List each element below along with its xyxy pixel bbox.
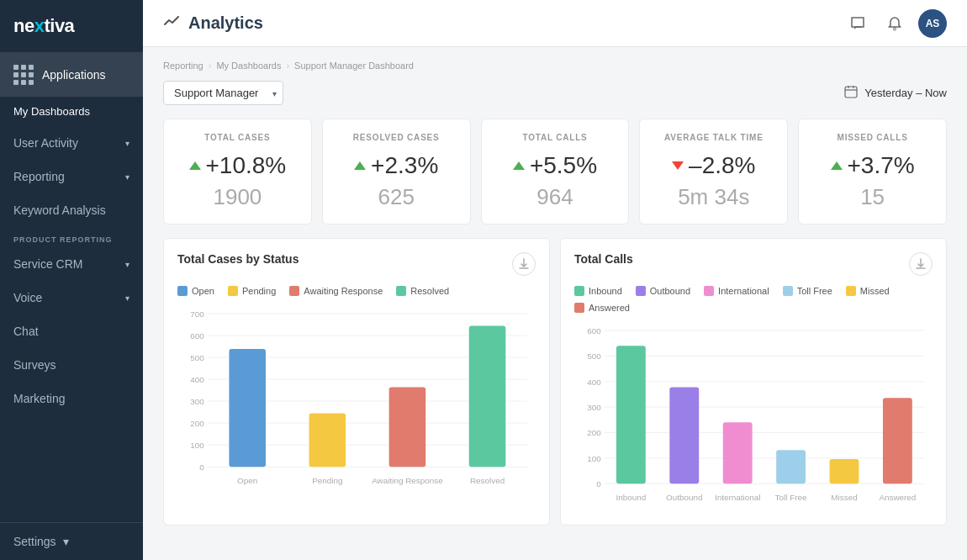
svg-text:Pending: Pending <box>312 476 342 485</box>
stat-value: 15 <box>812 184 933 210</box>
legend-item: Resolved <box>396 286 449 296</box>
breadcrumb-support-manager[interactable]: Support Manager Dashboard <box>294 61 414 71</box>
legend-color <box>177 286 188 296</box>
svg-text:400: 400 <box>587 378 601 387</box>
svg-text:Toll Free: Toll Free <box>775 493 807 502</box>
analytics-icon <box>163 13 180 34</box>
avatar[interactable]: AS <box>918 9 947 38</box>
svg-text:Inbound: Inbound <box>616 493 646 502</box>
legend-label: Open <box>192 286 214 296</box>
legend-color <box>574 286 584 296</box>
toolbar: Support Manager ▾ Yesterday – Now <box>163 81 947 105</box>
legend-color <box>846 286 856 296</box>
date-range-picker[interactable]: Yesterday – Now <box>844 85 947 101</box>
breadcrumb-reporting[interactable]: Reporting <box>163 61 203 71</box>
svg-text:500: 500 <box>587 351 601 361</box>
chart-title-calls: Total Calls <box>574 252 633 266</box>
stat-card-avg-talk-time: AVERAGE TALK TIME –2.8% 5m 34s <box>639 119 788 225</box>
svg-rect-45 <box>669 387 699 483</box>
stat-value: 625 <box>336 184 457 210</box>
logo: nextiva <box>0 0 143 53</box>
top-header: Analytics AS <box>143 0 967 47</box>
settings-item[interactable]: Settings ▾ <box>0 522 143 560</box>
svg-rect-1 <box>845 87 857 98</box>
legend-item: Outbound <box>636 286 690 296</box>
sidebar-item-my-dashboards[interactable]: My Dashboards <box>0 97 143 126</box>
stat-value: 5m 34s <box>653 184 774 210</box>
svg-text:Answered: Answered <box>879 493 916 502</box>
stat-value: 964 <box>495 184 616 210</box>
main-content: Analytics AS Reporting › My Dashboards ›… <box>143 0 967 560</box>
sidebar-item-keyword-analysis[interactable]: Keyword Analysis <box>0 193 143 227</box>
stat-label: RESOLVED CASES <box>336 133 457 142</box>
chevron-icon: ▾ <box>63 535 69 548</box>
legend-label: Awaiting Response <box>304 286 383 296</box>
svg-text:Outbound: Outbound <box>666 493 702 502</box>
legend-color <box>396 286 406 296</box>
bar-chart-svg-cases: 7006005004003002001000OpenPendingAwaitin… <box>177 306 536 491</box>
date-range-label: Yesterday – Now <box>864 87 947 99</box>
svg-text:0: 0 <box>596 479 601 489</box>
sidebar-item-service-crm[interactable]: Service CRM ▾ <box>0 247 143 281</box>
download-btn-calls[interactable] <box>909 252 933 276</box>
chart-calls: Total Calls InboundOutboundInternational… <box>560 238 947 526</box>
download-btn-cases[interactable] <box>512 252 536 276</box>
svg-text:100: 100 <box>190 441 204 450</box>
notification-icon-btn[interactable] <box>881 10 908 37</box>
stat-card-total-calls: TOTAL CALLS +5.5% 964 <box>481 119 630 225</box>
sidebar-item-applications-label: Applications <box>42 68 129 82</box>
svg-text:International: International <box>715 493 760 502</box>
sidebar-item-applications[interactable]: Applications <box>0 53 143 97</box>
bar-chart-svg-calls: 6005004003002001000InboundOutboundIntern… <box>574 323 933 508</box>
arrow-down-icon <box>672 161 684 170</box>
svg-text:Open: Open <box>237 476 257 485</box>
chat-icon-btn[interactable] <box>844 10 871 37</box>
sidebar-item-surveys[interactable]: Surveys <box>0 348 143 382</box>
svg-text:700: 700 <box>190 309 204 319</box>
stat-pct: –2.8% <box>689 152 755 179</box>
legend-label: International <box>718 286 769 296</box>
sidebar: nextiva Applications My Dashboards User … <box>0 0 143 560</box>
svg-rect-25 <box>389 387 426 467</box>
legend-label: Pending <box>242 286 276 296</box>
sidebar-item-marketing[interactable]: Marketing <box>0 382 143 415</box>
legend-label: Outbound <box>650 286 690 296</box>
svg-text:600: 600 <box>587 326 601 335</box>
dashboard-select-wrapper: Support Manager ▾ <box>163 81 283 105</box>
sidebar-item-reporting[interactable]: Reporting ▾ <box>0 160 143 193</box>
legend-item: Toll Free <box>783 286 832 296</box>
charts-row: Total Cases by Status OpenPendingAwaitin… <box>163 238 947 526</box>
svg-rect-53 <box>883 398 912 483</box>
legend-item: Missed <box>846 286 890 296</box>
svg-text:100: 100 <box>587 454 601 463</box>
legend-label: Toll Free <box>797 286 832 296</box>
arrow-up-icon <box>189 161 201 170</box>
stat-pct: +3.7% <box>848 152 915 179</box>
legend-color <box>636 286 646 296</box>
breadcrumb-my-dashboards[interactable]: My Dashboards <box>216 61 281 71</box>
svg-rect-43 <box>616 346 646 483</box>
svg-text:Missed: Missed <box>831 493 857 502</box>
legend-color <box>783 286 793 296</box>
arrow-up-icon <box>513 161 525 170</box>
legend-color <box>704 286 714 296</box>
stat-pct: +5.5% <box>530 152 597 179</box>
sidebar-item-voice[interactable]: Voice ▾ <box>0 281 143 314</box>
settings-label: Settings <box>13 535 56 548</box>
stat-label: TOTAL CASES <box>177 133 298 142</box>
sidebar-item-user-activity[interactable]: User Activity ▾ <box>0 126 143 160</box>
legend-item: Pending <box>228 286 276 296</box>
dashboard-content: Reporting › My Dashboards › Support Mana… <box>143 47 967 560</box>
dashboard-select[interactable]: Support Manager <box>163 81 283 105</box>
arrow-up-icon <box>831 161 843 170</box>
chevron-icon: ▾ <box>125 172 129 182</box>
sidebar-item-chat[interactable]: Chat <box>0 314 143 348</box>
svg-rect-23 <box>309 413 346 467</box>
legend-item: Open <box>177 286 214 296</box>
arrow-up-icon <box>354 161 366 170</box>
svg-rect-27 <box>469 326 506 468</box>
svg-text:600: 600 <box>190 331 204 341</box>
legend-item: Inbound <box>574 286 622 296</box>
legend-label: Inbound <box>589 286 622 296</box>
svg-text:200: 200 <box>587 428 601 437</box>
